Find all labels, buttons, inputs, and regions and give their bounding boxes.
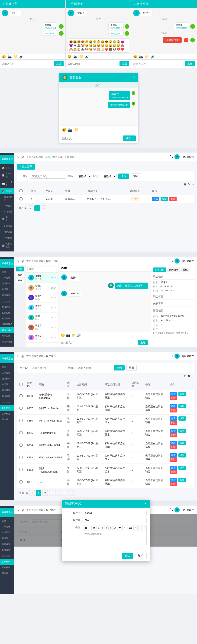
back-arrow-3[interactable]: ‹	[134, 2, 135, 6]
popup-close[interactable]: ×	[133, 76, 135, 80]
chat-search-input[interactable]	[28, 266, 57, 271]
sidebar-item-qa-1[interactable]: 常用问题	[0, 209, 14, 214]
editor-heart[interactable]: ❤	[118, 526, 122, 530]
filter-name-input[interactable]	[76, 366, 112, 370]
action-delete-8883[interactable]: 删除	[170, 458, 177, 462]
sidebar-item-sys-3[interactable]: 系统设置	[0, 388, 14, 393]
reset-btn-3[interactable]: 重置	[126, 365, 137, 371]
page-3-3[interactable]: 3	[49, 490, 54, 496]
sidebar-item-home-2[interactable]: 首页	[0, 269, 14, 275]
chat-sound-icon[interactable]: 🔊	[77, 333, 81, 337]
refresh-icon-table-1[interactable]: ↻	[188, 183, 190, 186]
sidebar-item-workorder-2[interactable]: 工单管理	[0, 275, 14, 281]
action-view-8883[interactable]: 查看	[170, 453, 177, 458]
action-delete-1[interactable]: 删除	[169, 197, 176, 201]
image-icon-1[interactable]: 📷	[8, 55, 12, 58]
sort-icon-1[interactable]: ↕	[181, 183, 182, 186]
sidebar-item-robot-1[interactable]: 🤖机器人设置	[0, 241, 14, 250]
chat-input-3[interactable]	[133, 62, 184, 65]
emoji-item[interactable]: 😽	[105, 44, 108, 47]
sidebar-item-home-1[interactable]: 🏠首页	[0, 165, 14, 171]
emoji-item[interactable]: 😎	[105, 40, 108, 44]
emoji-item[interactable]: 😂	[73, 40, 77, 44]
action-view-8886[interactable]: 查看	[170, 416, 177, 420]
emoji-icon-3[interactable]: 😊	[133, 55, 137, 58]
emoji-item[interactable]: 🐶	[85, 48, 89, 51]
action-view-8888[interactable]: 查看	[170, 392, 177, 396]
sidebar-item-sys-4[interactable]: 系统设置	[0, 541, 14, 547]
emoji-item[interactable]: 😭	[89, 40, 92, 44]
chat-input-2[interactable]	[68, 62, 118, 65]
emoji-item[interactable]: 🙊	[73, 48, 77, 51]
sidebar-item-tag-1[interactable]: TAG标签	[0, 235, 14, 241]
row-check-8883[interactable]	[20, 456, 22, 459]
more-icon-1[interactable]: ⋯	[192, 183, 194, 186]
more-icon-3[interactable]: ⋯	[192, 374, 194, 378]
chat-image-icon[interactable]: 📷	[66, 333, 70, 337]
action-view-8885[interactable]: 查看	[170, 429, 177, 433]
chat-main-input[interactable]	[61, 341, 136, 344]
action-view-1[interactable]: 查看	[152, 197, 160, 201]
sound-icon-3[interactable]: 🔊	[150, 55, 154, 58]
popup-folder-icon[interactable]: 📁	[74, 128, 79, 132]
action-delete-8884[interactable]: 删除	[170, 445, 177, 449]
emoji-icon-1[interactable]: 😊	[2, 55, 6, 58]
action-edit-8884[interactable]: 编辑	[178, 441, 186, 445]
editor-strike[interactable]: S	[96, 526, 100, 530]
emoji-item[interactable]: 😼	[101, 44, 104, 47]
popup-image-icon[interactable]: 📷	[68, 128, 73, 132]
sidebar-item-workbench[interactable]: 客服工作台	[0, 327, 14, 333]
query-btn-1[interactable]: 查询	[118, 174, 129, 179]
emoji-item[interactable]: 🐹	[97, 48, 100, 51]
emoji-item[interactable]: 😸	[89, 44, 92, 47]
fullscreen-icon-4[interactable]: ⛶	[170, 508, 173, 512]
refresh-icon-1[interactable]: ↻	[17, 156, 19, 158]
emoji-item[interactable]: 🐻	[108, 48, 112, 51]
tab-visitor-info[interactable]: 访客信息	[153, 268, 166, 272]
emoji-item[interactable]: 🦍	[81, 48, 85, 51]
filter-input-workorder[interactable]	[30, 174, 66, 179]
tab-pending[interactable]: 待接	[16, 272, 24, 277]
emoji-item[interactable]: 💔	[116, 48, 120, 51]
action-delete-8888[interactable]: 删除	[170, 396, 177, 400]
folder-icon-3[interactable]: 📁	[145, 55, 149, 58]
filter-icon-3[interactable]: ⊞	[184, 374, 186, 378]
sidebar-item-customer-tag-4[interactable]: 客户标签	[0, 565, 14, 570]
action-edit-1[interactable]: 编辑	[160, 197, 168, 201]
refresh-icon-table-3[interactable]: ↻	[188, 374, 190, 378]
form-input-cname[interactable]	[83, 518, 147, 523]
emoji-item[interactable]: 💩	[77, 44, 81, 47]
query-btn-3[interactable]: 查询	[114, 365, 124, 370]
sidebar-item-stats-1[interactable]: 📊统计报表	[0, 180, 14, 188]
folder-icon-1[interactable]: 📁	[14, 55, 18, 58]
folder-icon-2[interactable]: 📁	[79, 55, 83, 58]
emoji-item[interactable]: 🙈	[120, 44, 124, 47]
action-edit-8881[interactable]: 编辑	[178, 478, 186, 482]
chat-list-item-1[interactable]: 👤 访客1 您好！... 14:17	[26, 272, 58, 283]
sidebar-item-syssetting-2[interactable]: 系统设置	[0, 292, 14, 298]
emoji-item[interactable]: 👿	[69, 44, 73, 47]
sidebar-item-faq-1[interactable]: FAQ管理	[0, 203, 14, 209]
action-view-8881[interactable]: 查看	[170, 478, 177, 482]
refresh-icon-2[interactable]: ↻	[17, 260, 19, 262]
home-icon-4[interactable]: 🏠	[21, 508, 24, 512]
action-view-8887[interactable]: 查看	[170, 404, 177, 408]
emoji-item[interactable]: 🤩	[101, 40, 104, 44]
editor-underline[interactable]: U	[92, 526, 96, 530]
editor-link[interactable]: 🔗	[122, 526, 128, 530]
image-icon-3[interactable]: 📷	[139, 55, 143, 58]
modal-cancel-btn[interactable]: 取消	[134, 552, 147, 559]
page-next-3[interactable]: ›	[68, 490, 74, 496]
select-all-3[interactable]	[20, 383, 22, 386]
sidebar-item-kf-4[interactable]: 客服管理	[0, 547, 14, 553]
filter-select-status[interactable]: 请选择	[101, 174, 116, 179]
editor-image[interactable]: 📷	[128, 526, 133, 530]
filter-select-agent[interactable]: 请选择	[76, 174, 92, 179]
emoji-item[interactable]: ❤️	[120, 48, 124, 51]
emoji-item[interactable]: 😊	[77, 40, 81, 44]
fullscreen-icon-2[interactable]: ⛶	[170, 259, 173, 262]
modal-close-btn[interactable]: ×	[144, 502, 146, 506]
sidebar-item-settings-1[interactable]: ⚙️系统设置	[0, 214, 14, 224]
emoji-item[interactable]: 😺	[85, 44, 89, 47]
row-check-8886[interactable]	[20, 419, 22, 422]
